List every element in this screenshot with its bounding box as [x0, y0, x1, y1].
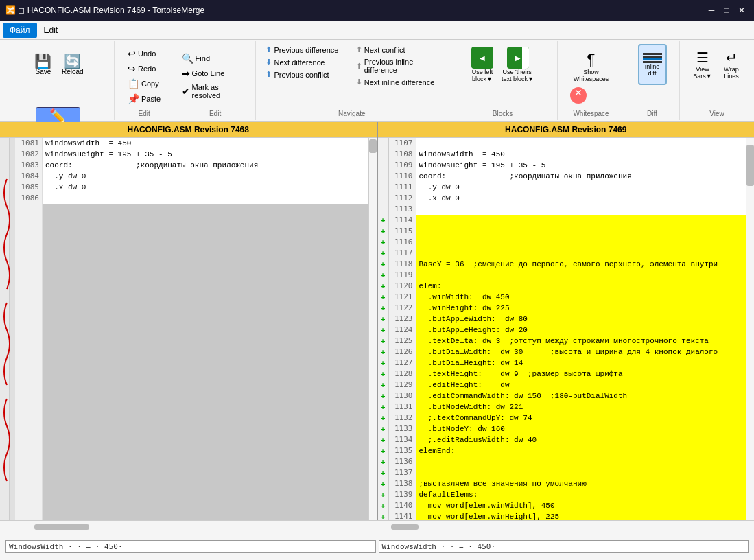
right-line-number: 1119: [389, 270, 416, 281]
left-code-line: [43, 423, 368, 434]
right-line-number: 1116: [389, 237, 416, 248]
right-line-number: 1117: [389, 248, 416, 259]
toolbar-group-diff: Inlinediff Diff: [625, 41, 680, 120]
right-marker: [378, 204, 388, 215]
right-code-line: elem:: [416, 281, 746, 292]
close-button[interactable]: ✕: [735, 3, 749, 17]
right-code-line: .butAppleWidth: dw 80: [416, 314, 746, 325]
whitespace-label: ShowWhitespaces: [574, 69, 609, 82]
show-whitespace-button[interactable]: ¶ ShowWhitespaces: [570, 49, 613, 84]
save-button[interactable]: 💾 Save: [30, 44, 57, 85]
paste-icon: 📌: [128, 93, 139, 104]
right-line-number: 1125: [389, 336, 416, 347]
right-line-number: 1114: [389, 215, 416, 226]
minimize-button[interactable]: ─: [705, 3, 718, 17]
right-line-number: 1110: [389, 171, 416, 182]
paste-button[interactable]: 📌 Paste: [125, 92, 163, 106]
left-hscroll[interactable]: [0, 521, 377, 533]
inline-diff-button[interactable]: Inlinediff: [638, 44, 667, 85]
right-line-numbers: 1107110811091110111111121113111411151116…: [389, 138, 416, 520]
right-marker: +: [378, 215, 388, 226]
left-code-area[interactable]: WindowsWidth = 450WindowsHeight = 195 + …: [43, 138, 368, 520]
right-code-line: .winWidth: dw 450: [416, 292, 746, 303]
left-panel-header: HACONFIG.ASM Revision 7468: [0, 122, 377, 138]
prev-inline-label: Previous inline difference: [364, 58, 438, 74]
right-line-number: 1135: [389, 445, 416, 456]
left-line-number: [15, 500, 42, 511]
left-scrollbar[interactable]: [368, 138, 377, 520]
find-button[interactable]: 🔍 Find: [179, 51, 252, 65]
right-marker: +: [378, 358, 388, 369]
right-marker: +: [378, 456, 388, 467]
left-line-number: [15, 380, 42, 390]
window-controls: ─ □ ✕: [705, 3, 749, 17]
wrap-lines-button[interactable]: ↵ WrapLines: [718, 44, 745, 85]
prev-conflict-button[interactable]: ⬆ Previous conflict: [263, 69, 350, 80]
undo-button[interactable]: ↩ Undo: [125, 47, 163, 60]
left-line-number: [15, 215, 42, 226]
left-line-number: [15, 401, 42, 412]
left-line-number: 1083: [15, 160, 42, 171]
left-panel-content: 108110821083108410851086 WindowsWidth = …: [0, 138, 377, 520]
right-line-number: 1128: [389, 369, 416, 380]
left-line-number: [15, 456, 42, 467]
redo-button[interactable]: ↪ Redo: [125, 62, 163, 75]
right-code-line: [416, 456, 746, 467]
left-code-line: [43, 412, 368, 423]
find-label: Find: [196, 54, 210, 62]
left-code-line: [43, 237, 368, 248]
left-code-line: [43, 204, 368, 215]
right-code-line: WindowsHeight = 195 + 35 - 5: [416, 160, 746, 171]
next-conflict-button[interactable]: ⬆ Next conflict: [353, 44, 440, 56]
menu-edit[interactable]: Edit: [37, 23, 65, 38]
copy-button[interactable]: 📋 Copy: [125, 77, 163, 91]
right-code-line: [416, 248, 746, 259]
remove-ws-icon: ✕: [574, 87, 582, 98]
right-code-line: [416, 138, 746, 149]
right-scrollbar[interactable]: [746, 138, 754, 520]
copy-icon: 📋: [128, 78, 139, 89]
view-bars-button[interactable]: ☰ ViewBars▼: [689, 44, 716, 85]
right-line-number: 1136: [389, 456, 416, 467]
left-code-line: [43, 390, 368, 401]
titlebar-title: HACONFIG.ASM Revision 7469 - TortoiseMer…: [27, 5, 705, 15]
mark-label: Mark as resolved: [192, 83, 249, 100]
right-code-line: defaultElems:: [416, 489, 746, 500]
right-hscroll[interactable]: [377, 521, 754, 533]
use-left-block-button[interactable]: ◀ Use leftblock▼: [468, 44, 497, 85]
next-difference-button[interactable]: ⬇ Next difference: [263, 56, 350, 68]
left-code-line: [43, 259, 368, 270]
use-theirs-button[interactable]: ▶ Use 'theirs'text block▼: [498, 44, 537, 85]
right-line-number: 1122: [389, 303, 416, 314]
prev-inline-diff-button[interactable]: ⬆ Previous inline difference: [353, 56, 440, 75]
next-conflict-icon: ⬆: [356, 45, 362, 54]
blocks-group-label: Blocks: [452, 108, 553, 117]
next-inline-diff-button[interactable]: ⬇ Next inline difference: [353, 76, 440, 88]
wrap-lines-icon: ↵: [726, 49, 738, 66]
right-code-line: .butModeWidth: dw 221: [416, 401, 746, 412]
mark-icon: ✔: [182, 86, 190, 97]
left-gutter: [0, 138, 10, 520]
paste-label: Paste: [141, 95, 161, 103]
reload-button[interactable]: 🔄 Reload: [58, 44, 87, 85]
right-marker: [378, 193, 388, 204]
left-line-number: [15, 412, 42, 423]
prev-conflict-icon: ⬆: [266, 70, 272, 79]
menubar: Файл Edit: [0, 21, 754, 40]
prev-difference-button[interactable]: ⬆ Previous difference: [263, 44, 350, 56]
left-line-number: [15, 423, 42, 434]
prev-inline-icon: ⬆: [356, 62, 362, 71]
menu-file[interactable]: Файл: [3, 23, 37, 38]
find-icon: 🔍: [182, 53, 193, 64]
undo-icon: ↩: [128, 48, 136, 59]
remove-whitespace-button[interactable]: ✕: [570, 87, 587, 104]
right-code-line: .butDialWidth: dw 30 ;высота и ширина дл…: [416, 347, 746, 358]
mark-resolved-button[interactable]: ✔ Mark as resolved: [179, 82, 252, 101]
maximize-button[interactable]: □: [720, 3, 733, 17]
right-marker: +: [378, 303, 388, 314]
left-line-number: 1081: [15, 138, 42, 149]
right-marker: +: [378, 259, 388, 270]
right-marker: +: [378, 336, 388, 347]
right-code-area[interactable]: WindowsWidth = 450WindowsHeight = 195 + …: [416, 138, 746, 520]
goto-line-button[interactable]: ➡ Goto Line: [179, 67, 252, 80]
